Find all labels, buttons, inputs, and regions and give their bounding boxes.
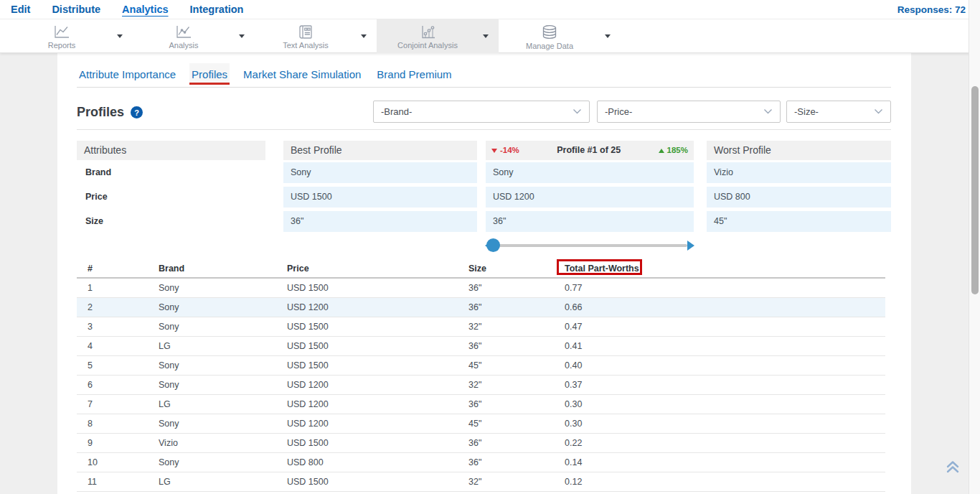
table-row[interactable]: 3 Sony USD 1500 32" 0.47 [77,317,885,337]
row-price: USD 1500 [287,438,329,448]
price-filter-value: -Price- [605,106,632,117]
profiles-tab-bar: Attribute Importance Profiles Market Sha… [77,63,891,88]
header-number: # [88,264,93,274]
table-row[interactable]: 8 Sony USD 1200 45" 0.30 [77,414,885,434]
row-size: 32" [468,477,481,487]
row-number: 8 [88,419,93,429]
profile-slider-handle[interactable] [486,238,500,252]
row-number: 11 [88,477,97,487]
size-filter-value: -Size- [794,106,819,117]
database-icon [541,24,558,40]
toolbar-item-text-analysis[interactable]: Text Analysis [255,19,377,53]
row-brand: Vizio [159,438,178,448]
scrollbar-thumb[interactable] [971,86,979,294]
table-row[interactable]: 5 Sony USD 1500 45" 0.40 [77,356,885,376]
toolbar-item-label: Text Analysis [283,41,329,50]
toolbar-item-reports[interactable]: Reports [11,19,133,53]
row-price: USD 800 [287,457,324,467]
row-price: USD 1500 [287,360,329,370]
row-number: 6 [88,380,93,390]
toolbar-item-manage-data[interactable]: Manage Data [499,19,621,53]
page-title: Profiles ? [77,105,143,120]
row-size: 36" [468,438,481,448]
row-total-part-worth: 0.77 [565,283,582,293]
tab-brand-premium[interactable]: Brand Premium [374,63,453,85]
analytics-toolbar: Reports Analysis [0,19,980,53]
row-brand: LG [159,399,171,409]
row-number: 10 [88,457,98,467]
table-row[interactable]: 6 Sony USD 1200 32" 0.37 [77,376,885,395]
row-brand: Sony [159,360,179,370]
menu-item-distribute[interactable]: Distribute [52,0,100,19]
table-row[interactable]: 4 LG USD 1500 36" 0.41 [77,337,885,356]
toolbar-item-label: Manage Data [526,42,573,50]
row-number: 2 [88,302,93,312]
best-profile-size-cell: 36" [283,211,477,232]
brand-filter-value: -Brand- [381,106,412,117]
row-number: 1 [88,283,93,293]
row-size: 36" [468,283,481,293]
conjoint-analysis-profiles-page: { "menu": { "items": [ { "label": "Edit"… [0,0,980,494]
row-total-part-worth: 0.30 [565,399,582,409]
table-row[interactable]: 2 Sony USD 1200 36" 0.66 [77,298,885,317]
row-size: 45" [468,419,481,429]
row-total-part-worth: 0.22 [565,438,582,448]
menu-item-analytics[interactable]: Analytics [122,0,168,19]
vertical-scrollbar[interactable] [969,0,980,494]
row-brand: Sony [159,302,179,312]
toolbar-item-label: Conjoint Analysis [397,41,458,50]
tab-attribute-importance[interactable]: Attribute Importance [77,63,178,85]
profiles-table-header-row: # Brand Price Size Total Part-Worths [77,260,885,279]
header-size: Size [468,264,486,274]
row-size: 36" [468,341,481,351]
row-brand: Sony [159,419,179,429]
attribute-label-price: Price [77,187,265,208]
chevron-down-icon[interactable] [361,34,367,38]
row-price: USD 1500 [287,283,329,293]
table-row[interactable]: 10 Sony USD 800 36" 0.14 [77,453,885,472]
annotation-box [557,259,642,275]
help-icon[interactable]: ? [131,106,143,118]
slider-next-arrow-icon[interactable] [687,241,694,251]
brand-filter-dropdown[interactable]: -Brand- [373,101,590,123]
chevron-down-icon [573,108,582,115]
toolbar-item-conjoint-analysis[interactable]: Conjoint Analysis [377,19,499,53]
attribute-label-brand: Brand [77,162,265,183]
scroll-to-top-button[interactable] [942,457,963,477]
chevron-down-icon[interactable] [239,34,245,38]
current-profile-price-cell: USD 1200 [486,187,694,208]
row-price: USD 1200 [287,419,329,429]
table-row[interactable]: 7 LG USD 1200 36" 0.30 [77,395,885,414]
toolbar-item-analysis[interactable]: Analysis [133,19,255,53]
price-filter-dropdown[interactable]: -Price- [597,101,781,123]
table-row[interactable]: 9 Vizio USD 1500 36" 0.22 [77,434,885,453]
worst-profile-column-header: Worst Profile [707,141,891,160]
row-size: 32" [468,380,481,390]
row-total-part-worth: 0.41 [565,341,582,351]
header-price: Price [287,264,309,274]
attribute-label-size: Size [77,211,265,232]
size-filter-dropdown[interactable]: -Size- [786,101,891,123]
tab-profiles[interactable]: Profiles [189,63,230,85]
menu-item-edit[interactable]: Edit [11,0,30,19]
row-brand: LG [159,341,171,351]
header-brand: Brand [159,264,184,274]
row-price: USD 1200 [287,399,329,409]
chevron-down-icon[interactable] [483,34,489,38]
tab-market-share-simulation[interactable]: Market Share Simulation [241,63,363,85]
best-profile-column-header: Best Profile [283,141,477,160]
profile-slider-track[interactable] [494,244,687,247]
worst-profile-price-cell: USD 800 [707,187,891,208]
chevron-down-icon[interactable] [605,34,611,38]
table-row[interactable]: 11 LG USD 1500 32" 0.12 [77,472,885,492]
row-number: 7 [88,399,93,409]
increase-value: 185% [667,141,688,160]
row-price: USD 1200 [287,302,329,312]
chevron-down-icon[interactable] [117,34,123,38]
triangle-down-icon [491,149,497,153]
table-row[interactable]: 1 Sony USD 1500 36" 0.77 [77,279,885,298]
row-number: 3 [88,322,93,332]
row-price: USD 1500 [287,477,329,487]
row-size: 36" [468,302,481,312]
menu-item-integration[interactable]: Integration [190,0,244,19]
